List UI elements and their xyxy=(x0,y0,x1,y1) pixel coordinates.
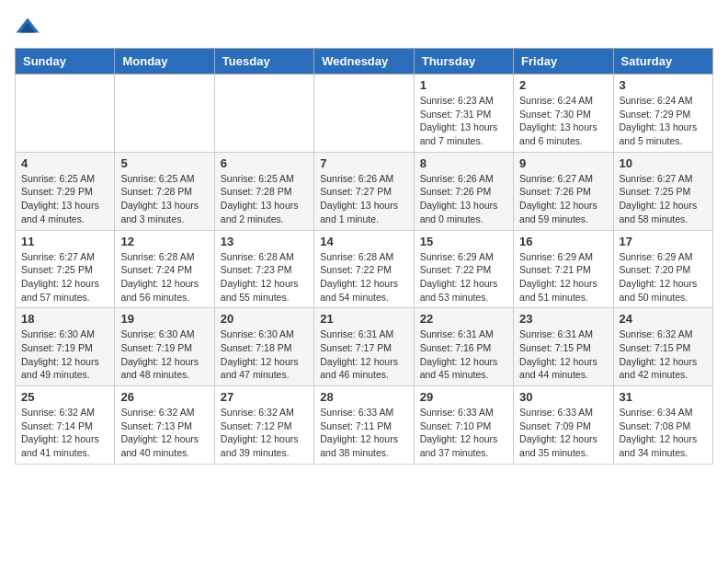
day-number: 28 xyxy=(320,390,407,404)
calendar-cell: 2Sunrise: 6:24 AM Sunset: 7:30 PM Daylig… xyxy=(514,75,613,153)
day-number: 24 xyxy=(620,312,707,326)
week-row-2: 4Sunrise: 6:25 AM Sunset: 7:29 PM Daylig… xyxy=(16,152,713,230)
calendar-cell: 6Sunrise: 6:25 AM Sunset: 7:28 PM Daylig… xyxy=(214,152,313,230)
week-row-4: 18Sunrise: 6:30 AM Sunset: 7:19 PM Dayli… xyxy=(16,308,713,386)
day-info: Sunrise: 6:30 AM Sunset: 7:19 PM Dayligh… xyxy=(21,327,108,382)
day-info: Sunrise: 6:25 AM Sunset: 7:28 PM Dayligh… xyxy=(221,172,308,226)
day-info: Sunrise: 6:32 AM Sunset: 7:14 PM Dayligh… xyxy=(21,406,108,460)
day-number: 8 xyxy=(420,156,507,170)
calendar-cell: 14Sunrise: 6:28 AM Sunset: 7:22 PM Dayli… xyxy=(314,230,414,308)
calendar-cell: 22Sunrise: 6:31 AM Sunset: 7:16 PM Dayli… xyxy=(414,308,513,386)
calendar-cell: 29Sunrise: 6:33 AM Sunset: 7:10 PM Dayli… xyxy=(414,386,513,465)
calendar-cell xyxy=(115,75,214,153)
day-info: Sunrise: 6:34 AM Sunset: 7:08 PM Dayligh… xyxy=(620,406,707,460)
day-info: Sunrise: 6:28 AM Sunset: 7:22 PM Dayligh… xyxy=(320,250,407,304)
calendar-cell xyxy=(214,75,313,153)
calendar-cell xyxy=(314,75,414,153)
calendar-body: 1Sunrise: 6:23 AM Sunset: 7:31 PM Daylig… xyxy=(16,75,713,465)
day-info: Sunrise: 6:27 AM Sunset: 7:25 PM Dayligh… xyxy=(21,250,108,304)
day-number: 17 xyxy=(620,235,707,248)
day-info: Sunrise: 6:26 AM Sunset: 7:27 PM Dayligh… xyxy=(320,172,407,226)
week-row-5: 25Sunrise: 6:32 AM Sunset: 7:14 PM Dayli… xyxy=(16,386,713,465)
calendar-cell: 27Sunrise: 6:32 AM Sunset: 7:12 PM Dayli… xyxy=(214,386,313,465)
week-row-3: 11Sunrise: 6:27 AM Sunset: 7:25 PM Dayli… xyxy=(16,230,713,308)
calendar-cell: 19Sunrise: 6:30 AM Sunset: 7:19 PM Dayli… xyxy=(115,308,214,386)
day-info: Sunrise: 6:31 AM Sunset: 7:17 PM Dayligh… xyxy=(320,327,407,382)
week-row-1: 1Sunrise: 6:23 AM Sunset: 7:31 PM Daylig… xyxy=(16,75,713,153)
calendar-cell: 21Sunrise: 6:31 AM Sunset: 7:17 PM Dayli… xyxy=(314,308,414,386)
day-info: Sunrise: 6:28 AM Sunset: 7:23 PM Dayligh… xyxy=(221,250,308,304)
calendar-cell: 28Sunrise: 6:33 AM Sunset: 7:11 PM Dayli… xyxy=(314,386,414,465)
day-number: 2 xyxy=(519,78,607,92)
day-number: 6 xyxy=(221,156,308,170)
day-number: 25 xyxy=(21,390,108,404)
day-number: 7 xyxy=(320,156,407,170)
day-number: 1 xyxy=(420,78,507,92)
day-info: Sunrise: 6:32 AM Sunset: 7:13 PM Dayligh… xyxy=(120,406,208,460)
logo-icon xyxy=(15,15,40,40)
day-header-monday: Monday xyxy=(115,49,214,75)
day-info: Sunrise: 6:33 AM Sunset: 7:09 PM Dayligh… xyxy=(519,406,607,460)
header-row: SundayMondayTuesdayWednesdayThursdayFrid… xyxy=(16,49,713,75)
calendar-cell: 18Sunrise: 6:30 AM Sunset: 7:19 PM Dayli… xyxy=(16,308,115,386)
calendar-cell xyxy=(16,75,115,153)
day-info: Sunrise: 6:23 AM Sunset: 7:31 PM Dayligh… xyxy=(420,94,507,148)
day-info: Sunrise: 6:29 AM Sunset: 7:21 PM Dayligh… xyxy=(519,250,607,304)
day-number: 10 xyxy=(620,156,707,170)
calendar-cell: 17Sunrise: 6:29 AM Sunset: 7:20 PM Dayli… xyxy=(613,230,712,308)
day-header-sunday: Sunday xyxy=(16,49,115,75)
calendar-cell: 13Sunrise: 6:28 AM Sunset: 7:23 PM Dayli… xyxy=(214,230,313,308)
day-info: Sunrise: 6:28 AM Sunset: 7:24 PM Dayligh… xyxy=(120,250,208,304)
day-info: Sunrise: 6:26 AM Sunset: 7:26 PM Dayligh… xyxy=(420,172,507,226)
day-number: 5 xyxy=(120,156,208,170)
day-number: 26 xyxy=(120,390,208,404)
calendar-cell: 9Sunrise: 6:27 AM Sunset: 7:26 PM Daylig… xyxy=(514,152,613,230)
day-info: Sunrise: 6:33 AM Sunset: 7:10 PM Dayligh… xyxy=(420,406,507,460)
day-number: 15 xyxy=(420,235,507,248)
calendar-cell: 10Sunrise: 6:27 AM Sunset: 7:25 PM Dayli… xyxy=(613,152,712,230)
day-info: Sunrise: 6:25 AM Sunset: 7:28 PM Dayligh… xyxy=(120,172,208,226)
day-number: 14 xyxy=(320,235,407,248)
day-number: 13 xyxy=(221,235,308,248)
day-info: Sunrise: 6:29 AM Sunset: 7:22 PM Dayligh… xyxy=(420,250,507,304)
calendar-cell: 31Sunrise: 6:34 AM Sunset: 7:08 PM Dayli… xyxy=(613,386,712,465)
day-number: 11 xyxy=(21,235,108,248)
day-info: Sunrise: 6:25 AM Sunset: 7:29 PM Dayligh… xyxy=(21,172,108,226)
calendar-cell: 26Sunrise: 6:32 AM Sunset: 7:13 PM Dayli… xyxy=(115,386,214,465)
day-number: 21 xyxy=(320,312,407,326)
day-number: 9 xyxy=(519,156,607,170)
day-info: Sunrise: 6:31 AM Sunset: 7:15 PM Dayligh… xyxy=(519,327,607,382)
day-info: Sunrise: 6:24 AM Sunset: 7:30 PM Dayligh… xyxy=(519,94,607,148)
calendar-cell: 23Sunrise: 6:31 AM Sunset: 7:15 PM Dayli… xyxy=(514,308,613,386)
calendar-cell: 12Sunrise: 6:28 AM Sunset: 7:24 PM Dayli… xyxy=(115,230,214,308)
calendar-cell: 15Sunrise: 6:29 AM Sunset: 7:22 PM Dayli… xyxy=(414,230,513,308)
calendar-cell: 4Sunrise: 6:25 AM Sunset: 7:29 PM Daylig… xyxy=(16,152,115,230)
calendar-cell: 24Sunrise: 6:32 AM Sunset: 7:15 PM Dayli… xyxy=(613,308,712,386)
day-info: Sunrise: 6:27 AM Sunset: 7:25 PM Dayligh… xyxy=(620,172,707,226)
day-number: 31 xyxy=(620,390,707,404)
day-number: 18 xyxy=(21,312,108,326)
calendar-table: SundayMondayTuesdayWednesdayThursdayFrid… xyxy=(15,48,713,465)
day-number: 12 xyxy=(120,235,208,248)
day-header-saturday: Saturday xyxy=(613,49,712,75)
day-info: Sunrise: 6:31 AM Sunset: 7:16 PM Dayligh… xyxy=(420,327,507,382)
day-number: 19 xyxy=(120,312,208,326)
day-number: 4 xyxy=(21,156,108,170)
day-info: Sunrise: 6:29 AM Sunset: 7:20 PM Dayligh… xyxy=(620,250,707,304)
day-info: Sunrise: 6:32 AM Sunset: 7:15 PM Dayligh… xyxy=(620,327,707,382)
page-header xyxy=(15,15,713,40)
day-number: 22 xyxy=(420,312,507,326)
calendar-cell: 20Sunrise: 6:30 AM Sunset: 7:18 PM Dayli… xyxy=(214,308,313,386)
day-number: 16 xyxy=(519,235,607,248)
day-header-thursday: Thursday xyxy=(414,49,513,75)
day-info: Sunrise: 6:32 AM Sunset: 7:12 PM Dayligh… xyxy=(221,406,308,460)
day-number: 20 xyxy=(221,312,308,326)
day-info: Sunrise: 6:24 AM Sunset: 7:29 PM Dayligh… xyxy=(620,94,707,148)
calendar-cell: 5Sunrise: 6:25 AM Sunset: 7:28 PM Daylig… xyxy=(115,152,214,230)
calendar-cell: 16Sunrise: 6:29 AM Sunset: 7:21 PM Dayli… xyxy=(514,230,613,308)
day-number: 3 xyxy=(620,78,707,92)
day-header-wednesday: Wednesday xyxy=(314,49,414,75)
calendar-cell: 8Sunrise: 6:26 AM Sunset: 7:26 PM Daylig… xyxy=(414,152,513,230)
calendar-cell: 30Sunrise: 6:33 AM Sunset: 7:09 PM Dayli… xyxy=(514,386,613,465)
day-header-friday: Friday xyxy=(514,49,613,75)
